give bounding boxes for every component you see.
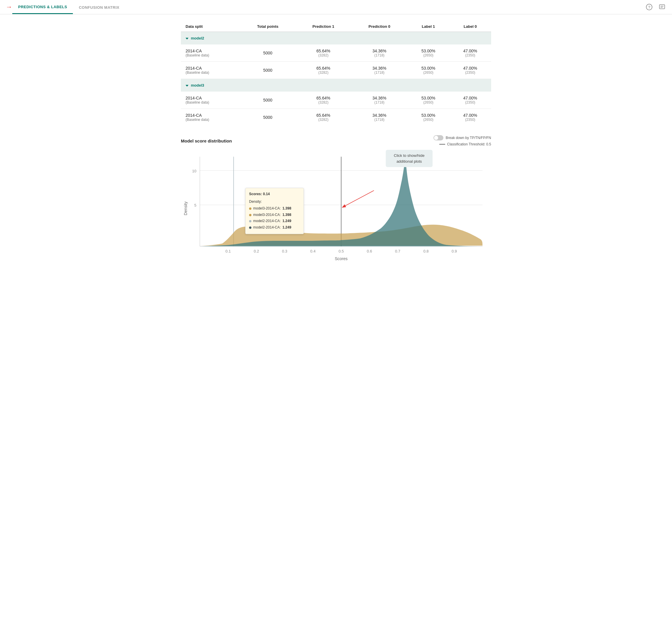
pred1-pct: 65.64% [300,96,347,101]
x-tick-02: 0.2 [254,249,259,253]
tab-predictions-labels[interactable]: PREDICTIONS & LABELS [12,0,73,14]
comment-button[interactable] [658,3,666,11]
threshold-line-icon [439,144,445,145]
breakdown-toggle-switch[interactable] [434,135,443,141]
breakdown-toggle: Break down by TP/TN/FP/FN [434,135,491,141]
pred0-count: (1718) [356,117,403,122]
chart-controls: Break down by TP/TN/FP/FN Classification… [434,135,491,146]
cell-label1-1-0: 53.00% (2650) [407,92,449,109]
threshold-text: Classification Threshold: 0.5 [447,142,491,146]
cell-label0-1-1: 47.00% (2350) [449,109,491,126]
pred0-pct: 34.36% [356,113,403,117]
model-group-name-1: model3 [191,83,204,88]
col-header-label0: Label 0 [449,21,491,32]
cell-pred1-1-0: 65.64% (3282) [295,92,351,109]
predictions-table: Data split Total points Prediction 1 Pre… [181,21,491,126]
model-group-cell-0: model2 [181,32,491,45]
chart-header: Model score distribution Break down by T… [181,135,491,146]
cell-total-1-1: 5000 [240,109,295,126]
entry-0-value: 1.398 [283,205,291,212]
label1-count: (2650) [412,101,444,105]
help-button[interactable]: ? [645,3,653,11]
data-split-sub: (Baseline data) [185,101,236,105]
pred1-pct: 65.64% [300,113,347,117]
svg-rect-2 [659,5,665,9]
data-split-sub: (Baseline data) [185,71,236,75]
tooltip-entry-0: model3-2014-CA: 1.398 [249,205,300,212]
y-tick-5: 5 [194,203,196,207]
pred0-pct: 34.36% [356,96,403,101]
chart-title: Model score distribution [181,139,232,143]
chart-section: Model score distribution Break down by T… [181,135,491,268]
data-split-sub: (Baseline data) [185,117,236,122]
x-tick-05: 0.5 [339,249,344,253]
data-split-name: 2014-CA [185,96,236,101]
col-header-total-points: Total points [240,21,295,32]
cell-data-split-0-1: 2014-CA (Baseline data) [181,62,240,79]
model-group-row-1[interactable]: model3 [181,79,491,92]
pred0-pct: 34.36% [356,66,403,71]
entry-3-label: model2-2014-CA: [253,224,281,231]
cell-label0-0-0: 47.00% (2350) [449,44,491,62]
x-tick-04: 0.4 [310,249,315,253]
x-tick-08: 0.8 [423,249,429,253]
data-split-name: 2014-CA [185,113,236,117]
x-tick-03: 0.3 [282,249,287,253]
chart-wrapper: Click to show/hide additional plots Dens… [181,150,491,268]
cell-pred0-1-0: 34.36% (1718) [351,92,407,109]
col-header-label1: Label 1 [407,21,449,32]
cell-pred0-0-1: 34.36% (1718) [351,62,407,79]
threshold-label: Classification Threshold: 0.5 [439,142,491,146]
pred1-count: (3282) [300,53,347,57]
label0-pct: 47.00% [454,49,487,53]
cell-pred0-1-1: 34.36% (1718) [351,109,407,126]
dot-1 [249,214,251,216]
entry-1-label: model3-2014-CA: [253,212,281,218]
pred1-pct: 65.64% [300,66,347,71]
tab-confusion-matrix[interactable]: CONFUSION MATRIX [73,1,125,14]
label0-count: (2350) [454,101,487,105]
table-row: 2014-CA (Baseline data) 5000 65.64% (328… [181,44,491,62]
x-tick-01: 0.1 [225,249,231,253]
label1-pct: 53.00% [412,66,444,71]
tooltip-popup: Scores: 0.14 Density: model3-2014-CA: 1.… [245,188,304,234]
chevron-icon-1 [185,85,188,87]
label0-count: (2350) [454,71,487,75]
tab-bar-left: → PREDICTIONS & LABELS CONFUSION MATRIX [6,0,645,14]
label0-pct: 47.00% [454,113,487,117]
cell-label1-1-1: 53.00% (2650) [407,109,449,126]
cell-pred1-1-1: 65.64% (3282) [295,109,351,126]
model-group-row-0[interactable]: model2 [181,32,491,45]
col-header-data-split: Data split [181,21,240,32]
entry-0-label: model3-2014-CA: [253,205,281,212]
total-points-value: 5000 [245,98,291,103]
entry-1-value: 1.398 [283,212,291,218]
data-split-sub: (Baseline data) [185,53,236,57]
entry-3-value: 1.249 [283,224,291,231]
label1-pct: 53.00% [412,49,444,53]
cell-data-split-1-0: 2014-CA (Baseline data) [181,92,240,109]
label1-count: (2650) [412,53,444,57]
tooltip-entry-2: model2-2014-CA: 1.249 [249,218,300,224]
cell-data-split-1-1: 2014-CA (Baseline data) [181,109,240,126]
tooltip-entry-3: model2-2014-CA: 1.249 [249,224,300,231]
breakdown-label: Break down by TP/TN/FP/FN [446,136,491,140]
chart-svg: Density 10 5 0.1 0.2 0.3 0.4 0. [181,150,491,267]
pred1-count: (3282) [300,101,347,105]
label1-pct: 53.00% [412,96,444,101]
model-group-cell-1: model3 [181,79,491,92]
label0-pct: 47.00% [454,96,487,101]
y-axis-label: Density [183,201,188,215]
x-tick-09: 0.9 [452,249,457,253]
tooltip-score-value: 0.14 [263,192,270,196]
total-points-value: 5000 [245,51,291,55]
dot-0 [249,207,251,210]
pred1-count: (3282) [300,117,347,122]
tooltip-score: Scores: 0.14 [249,191,300,198]
callout-text: Click to show/hide additional plots [394,153,425,164]
entry-2-value: 1.249 [283,218,291,224]
label0-count: (2350) [454,117,487,122]
cell-label1-0-1: 53.00% (2650) [407,62,449,79]
label0-pct: 47.00% [454,66,487,71]
cell-pred1-0-1: 65.64% (3282) [295,62,351,79]
